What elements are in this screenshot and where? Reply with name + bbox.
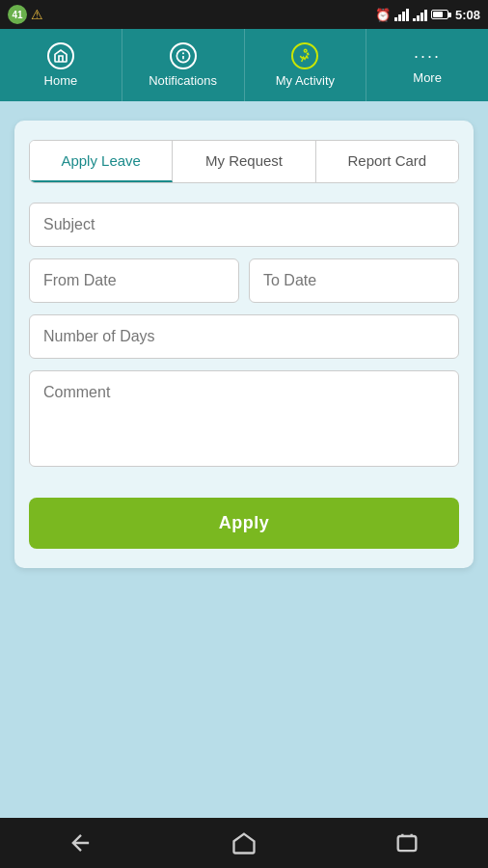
nav-my-activity[interactable]: My Activity bbox=[245, 29, 367, 101]
date-row bbox=[29, 258, 459, 303]
number-of-days-group bbox=[29, 314, 459, 359]
subject-input[interactable] bbox=[29, 203, 459, 247]
tab-group: Apply Leave My Request Report Card bbox=[29, 140, 459, 183]
tab-report-card[interactable]: Report Card bbox=[316, 141, 458, 182]
from-date-input[interactable] bbox=[29, 258, 239, 303]
bottom-nav bbox=[0, 818, 488, 868]
apply-button[interactable]: Apply bbox=[29, 498, 459, 549]
nav-more[interactable]: ···· More bbox=[366, 29, 488, 101]
status-bar: 41 ⚠ ⏰ 5:08 bbox=[0, 0, 488, 29]
status-right: ⏰ 5:08 bbox=[375, 8, 480, 22]
comment-input[interactable] bbox=[29, 370, 459, 467]
wifi-icon bbox=[394, 8, 409, 21]
notification-badge: 41 bbox=[8, 5, 27, 24]
tab-my-request[interactable]: My Request bbox=[173, 141, 315, 182]
svg-rect-4 bbox=[397, 836, 416, 851]
subject-group bbox=[29, 203, 459, 247]
svg-point-3 bbox=[305, 49, 308, 52]
form-card: Apply Leave My Request Report Card bbox=[14, 121, 474, 568]
signal-icon bbox=[413, 8, 427, 21]
tab-apply-leave[interactable]: Apply Leave bbox=[30, 141, 173, 182]
nav-home-label: Home bbox=[44, 73, 78, 88]
to-date-input[interactable] bbox=[249, 258, 459, 303]
status-left: 41 ⚠ bbox=[8, 5, 43, 24]
back-button[interactable] bbox=[68, 829, 95, 856]
time-display: 5:08 bbox=[455, 8, 480, 22]
alarm-icon: ⏰ bbox=[375, 8, 391, 22]
main-content: Apply Leave My Request Report Card bbox=[0, 101, 488, 818]
home-icon bbox=[47, 42, 74, 69]
nav-bar: Home Notifications My Activity ···· More bbox=[0, 29, 488, 101]
nav-home[interactable]: Home bbox=[0, 29, 122, 101]
runner-icon bbox=[291, 42, 318, 69]
more-dots-icon: ···· bbox=[414, 46, 441, 67]
comment-group bbox=[29, 370, 459, 471]
nav-notifications[interactable]: Notifications bbox=[122, 29, 245, 101]
warning-icon: ⚠ bbox=[31, 7, 43, 22]
battery-icon bbox=[431, 10, 451, 19]
number-of-days-input[interactable] bbox=[29, 314, 459, 359]
nav-more-label: More bbox=[413, 70, 442, 85]
home-button[interactable] bbox=[230, 829, 258, 856]
nav-my-activity-label: My Activity bbox=[276, 73, 335, 88]
nav-notifications-label: Notifications bbox=[149, 73, 217, 88]
info-icon bbox=[170, 42, 197, 69]
recents-button[interactable] bbox=[393, 829, 420, 856]
